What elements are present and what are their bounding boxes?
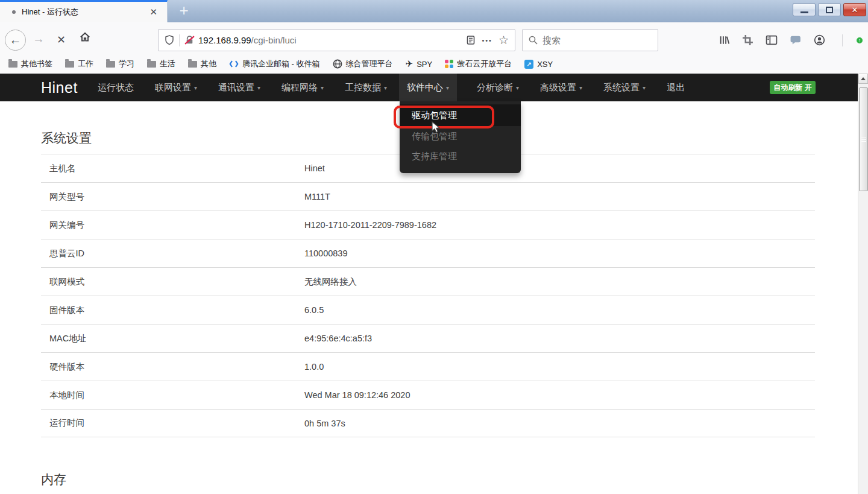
divider (179, 34, 180, 46)
chat-icon[interactable] (790, 34, 802, 46)
bookmark-exmail[interactable]: 腾讯企业邮箱 - 收件箱 (229, 59, 320, 69)
back-button[interactable]: ← (5, 30, 26, 51)
nav-software-center[interactable]: 软件中心▾ (399, 74, 457, 101)
stop-button[interactable]: ✕ (57, 33, 66, 46)
url-text[interactable]: 192.168.9.99/cgi-bin/luci (198, 35, 297, 45)
search-icon (529, 36, 538, 45)
triangle-up-icon (861, 77, 866, 80)
chevron-down-icon: ▾ (257, 84, 260, 91)
insecure-lock-icon[interactable] (184, 35, 195, 45)
table-row: 思普云ID110000839 (41, 239, 815, 267)
account-icon[interactable] (814, 34, 825, 46)
tracking-shield-icon[interactable] (165, 35, 174, 45)
chevron-down-icon: ▾ (643, 84, 646, 91)
table-row: 网关编号H120-1710-2011-2209-7989-1682 (41, 211, 815, 239)
chevron-down-icon: ▾ (384, 84, 387, 91)
toolbar-right-icons: ↑ (719, 29, 860, 51)
arrow-square-icon: ↗ (524, 60, 533, 69)
menu-item-transfer-package[interactable]: 传输包管理 (400, 126, 521, 146)
reader-mode-icon[interactable] (466, 35, 476, 45)
page-scrollbar[interactable] (858, 74, 868, 494)
chevron-down-icon: ▾ (516, 84, 519, 91)
chevron-down-icon: ▾ (446, 84, 449, 91)
table-row: 固件版本6.0.5 (41, 296, 815, 324)
folder-icon (188, 61, 197, 68)
table-row: 本地时间Wed Mar 18 09:12:46 2020 (41, 381, 815, 409)
minimize-button[interactable] (793, 3, 816, 16)
site-logo[interactable]: Hinet (41, 79, 78, 97)
home-icon (79, 31, 91, 43)
nav-industrial-data[interactable]: 工控数据▾ (344, 74, 388, 101)
exmail-icon (229, 60, 239, 68)
sidebar-icon[interactable] (766, 34, 778, 46)
table-row: 联网模式无线网络接入 (41, 267, 815, 296)
chevron-down-icon: ▾ (194, 84, 197, 91)
screenshot-icon[interactable] (742, 34, 753, 46)
nav-logout[interactable]: 退出 (665, 74, 686, 101)
bookmark-folder-misc[interactable]: 其他 (188, 59, 216, 69)
close-icon: ✕ (852, 5, 858, 14)
scrollbar-grip-icon (861, 136, 866, 142)
plane-icon: ✈ (406, 59, 414, 69)
url-bar[interactable]: 192.168.9.99/cgi-bin/luci ••• ☆ (158, 29, 515, 51)
globe-icon (333, 59, 342, 69)
folder-icon (106, 61, 115, 68)
close-button[interactable]: ✕ (843, 3, 866, 16)
tab-title: Hinet - 运行状态 (22, 7, 147, 17)
auto-refresh-toggle[interactable]: 自动刷新 开 (770, 81, 816, 94)
tab-strip: Hinet - 运行状态 ✕ + ✕ (0, 0, 868, 22)
section-title-memory: 内存 (41, 471, 66, 488)
mouse-cursor-icon (432, 121, 441, 135)
update-badge-icon: ↑ (855, 36, 864, 45)
menu-item-support-library[interactable]: 支持库管理 (400, 146, 521, 166)
bookmark-folder-work[interactable]: 工作 (65, 59, 93, 69)
red-highlight-annotation (394, 106, 494, 128)
chevron-down-icon: ▾ (579, 84, 582, 91)
nav-advanced-settings[interactable]: 高级设置▾ (539, 74, 583, 101)
divider (842, 34, 843, 46)
search-input[interactable] (542, 35, 652, 45)
bookmark-spy[interactable]: ✈ SPY (406, 59, 433, 69)
site-navbar: Hinet 运行状态 联网设置▾ 通讯设置▾ 编程网络▾ 工控数据▾ 软件中心▾… (0, 74, 858, 101)
bookmark-folder-other-bookmarks[interactable]: 其他书签 (8, 59, 52, 69)
bookmarks-bar: 其他书签 工作 学习 生活 其他 腾讯企业邮箱 - 收件箱 综合管理平台 ✈ S… (0, 54, 868, 74)
browser-tab[interactable]: Hinet - 运行状态 ✕ (0, 0, 168, 22)
page-actions-icon[interactable]: ••• (482, 37, 492, 44)
dots-grid-icon (445, 60, 453, 68)
nav-comm-settings[interactable]: 通讯设置▾ (217, 74, 262, 101)
bookmark-xsy[interactable]: ↗ XSY (524, 60, 553, 69)
section-title-system-settings: 系统设置 (41, 130, 92, 147)
forward-button[interactable]: → (33, 32, 45, 46)
folder-icon (147, 61, 156, 68)
scrollbar-up-button[interactable] (858, 74, 868, 84)
table-row: 网关型号M111T (41, 182, 815, 211)
home-button[interactable] (79, 31, 91, 43)
bookmark-mgmt-platform[interactable]: 综合管理平台 (333, 59, 393, 69)
bookmark-folder-life[interactable]: 生活 (147, 59, 175, 69)
folder-icon (8, 61, 17, 68)
url-path: /cgi-bin/luci (251, 35, 297, 45)
nav-analysis-diagnosis[interactable]: 分析诊断▾ (476, 74, 520, 101)
new-tab-button[interactable]: + (174, 1, 194, 20)
library-icon[interactable] (719, 34, 730, 46)
restore-icon (826, 7, 833, 13)
chevron-down-icon: ▾ (321, 84, 324, 91)
nav-network-settings[interactable]: 联网设置▾ (154, 74, 198, 101)
bookmark-folder-study[interactable]: 学习 (106, 59, 134, 69)
table-row: MAC地址e4:95:6e:4c:a5:f3 (41, 324, 815, 352)
tab-close-icon[interactable]: ✕ (147, 5, 160, 19)
search-bar[interactable] (522, 29, 658, 51)
bookmark-star-icon[interactable]: ☆ (498, 33, 509, 47)
nav-programming-network[interactable]: 编程网络▾ (280, 74, 325, 101)
folder-icon (65, 61, 74, 68)
favicon-dot-icon (12, 10, 16, 14)
window-controls: ✕ (793, 3, 866, 16)
minimize-icon (800, 11, 808, 13)
table-row: 运行时间0h 5m 37s (41, 409, 815, 437)
restore-button[interactable] (818, 3, 841, 16)
table-row: 硬件版本1.0.0 (41, 352, 815, 381)
scrollbar-thumb[interactable] (859, 87, 868, 191)
nav-run-status[interactable]: 运行状态 (96, 74, 135, 101)
bookmark-ezviz[interactable]: 萤石云开放平台 (445, 59, 512, 69)
nav-system-settings[interactable]: 系统设置▾ (602, 74, 647, 101)
